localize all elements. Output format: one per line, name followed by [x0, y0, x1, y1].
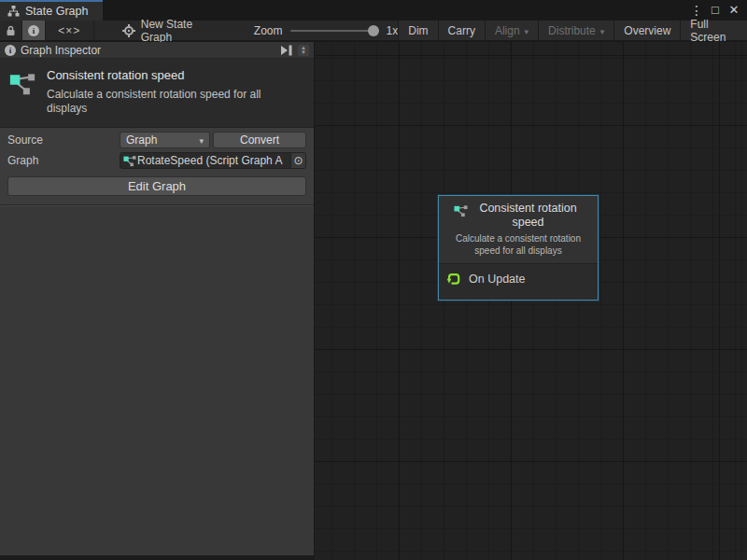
convert-label: Convert	[240, 133, 279, 147]
chevron-down-icon: ▾	[199, 136, 204, 146]
chevron-down-icon: ▾	[525, 27, 529, 36]
graph-field-label: Graph	[7, 154, 120, 167]
state-node[interactable]: Consistent rotation speed Calculate a co…	[438, 195, 599, 301]
new-state-graph-label: New State Graph	[141, 18, 224, 44]
graph-canvas[interactable]: Consistent rotation speed Calculate a co…	[315, 42, 747, 560]
graph-object-field[interactable]: RotateSpeed (Script Graph A ⊙	[120, 152, 306, 169]
inspector-bottom-strip	[0, 555, 314, 560]
state-node-header: Consistent rotation speed Calculate a co…	[439, 196, 598, 264]
code-view-button[interactable]: <×>	[46, 21, 93, 40]
toolbar-separator	[93, 21, 94, 40]
state-node-body: On Update	[439, 264, 598, 300]
inspector-header: i Graph Inspector ▲ ▼	[0, 42, 314, 59]
zoom-slider-handle[interactable]	[368, 25, 379, 36]
main-area: i Graph Inspector ▲ ▼	[0, 42, 747, 560]
graph-summary-box: Consistent rotation speed Calculate a co…	[0, 59, 314, 128]
new-state-graph-button[interactable]: New State Graph	[115, 21, 232, 40]
tab-label: State Graph	[25, 5, 88, 18]
convert-button[interactable]: Convert	[213, 132, 306, 148]
graph-title: Consistent rotation speed	[47, 68, 261, 82]
script-graph-icon	[454, 202, 468, 217]
full-screen-label: Full Screen	[690, 18, 738, 44]
dock-panel-icon[interactable]	[280, 45, 293, 56]
state-graph-window: State Graph ⋮ □ ✕ i <×>	[0, 0, 747, 560]
graph-description: Calculate a consistent rotation speed fo…	[47, 88, 261, 116]
source-dropdown-value: Graph	[126, 133, 157, 147]
info-icon: i	[5, 45, 16, 56]
chevron-down-icon: ▾	[600, 27, 605, 36]
overview-button[interactable]: Overview	[613, 21, 680, 40]
new-graph-icon	[122, 24, 135, 37]
zoom-value: 1x	[387, 24, 399, 37]
edit-graph-label: Edit Graph	[128, 179, 186, 193]
chevron-down-icon: ▼	[301, 50, 306, 55]
state-node-description: Calculate a consistent rotation speed fo…	[443, 232, 594, 257]
script-graph-icon	[9, 68, 35, 116]
source-label: Source	[7, 133, 120, 147]
graph-summary-text: Consistent rotation speed Calculate a co…	[47, 68, 261, 116]
script-graph-icon	[123, 154, 137, 167]
carry-label: Carry	[448, 24, 475, 37]
source-row: Source Graph ▾ Convert	[7, 132, 306, 148]
on-update-row: On Update	[439, 264, 598, 287]
source-dropdown[interactable]: Graph ▾	[120, 132, 210, 148]
title-bar: State Graph ⋮ □ ✕	[0, 0, 747, 21]
full-screen-button[interactable]: Full Screen	[680, 21, 747, 40]
inspector-scrubber[interactable]: ▲ ▼	[298, 45, 309, 56]
inspector-title: Graph Inspector	[21, 44, 275, 57]
on-update-label: On Update	[469, 273, 525, 286]
graph-row: Graph RotateSpeed (Script Graph A ⊙	[7, 152, 306, 169]
zoom-label: Zoom	[254, 24, 283, 37]
object-picker-icon[interactable]: ⊙	[290, 153, 305, 168]
tab-state-graph[interactable]: State Graph	[0, 0, 103, 21]
dim-label: Dim	[408, 24, 428, 37]
lock-button[interactable]	[0, 21, 21, 40]
dim-button[interactable]: Dim	[398, 21, 437, 40]
align-button[interactable]: Align ▾	[485, 21, 538, 40]
align-label: Align	[495, 24, 520, 37]
graph-object-value: RotateSpeed (Script Graph A	[137, 154, 290, 167]
graph-inspector-panel: i Graph Inspector ▲ ▼	[0, 42, 315, 560]
distribute-button[interactable]: Distribute ▾	[538, 21, 613, 40]
info-icon: i	[28, 25, 39, 36]
zoom-slider[interactable]	[290, 30, 379, 32]
state-graph-icon	[7, 6, 20, 17]
inspector-toggle-button[interactable]: i	[22, 21, 44, 40]
carry-button[interactable]: Carry	[438, 21, 485, 40]
overview-label: Overview	[624, 24, 670, 37]
state-node-title: Consistent rotation speed	[473, 202, 584, 230]
distribute-label: Distribute	[548, 24, 596, 37]
on-update-icon	[446, 272, 461, 287]
zoom-control: Zoom 1x	[254, 21, 398, 40]
edit-graph-button[interactable]: Edit Graph	[7, 176, 306, 196]
state-node-title-row: Consistent rotation speed	[443, 202, 594, 230]
toolbar-right-group: Dim Carry Align ▾ Distribute ▾ Overview …	[398, 21, 747, 40]
inspector-empty-area	[0, 205, 314, 555]
lock-icon	[6, 25, 16, 36]
graph-toolbar: i <×> New State Graph Zoom	[0, 21, 747, 41]
